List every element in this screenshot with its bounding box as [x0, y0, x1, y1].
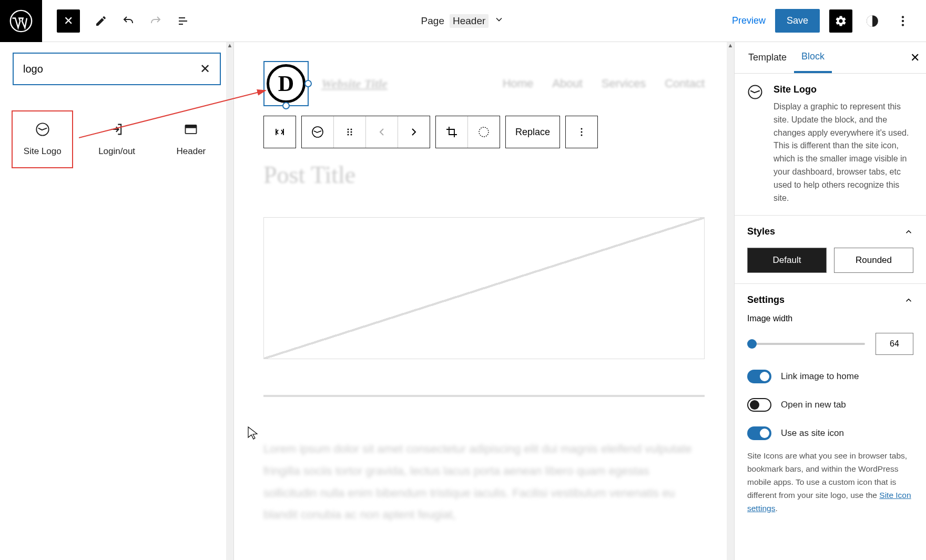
new-tab-label: Open in new tab [781, 400, 846, 410]
tab-block[interactable]: Block [794, 42, 832, 73]
nav-link[interactable]: Contact [665, 77, 705, 90]
undo-icon[interactable] [118, 11, 139, 32]
resize-handle-right[interactable] [304, 80, 312, 87]
move-right-button[interactable] [398, 116, 430, 148]
nav-link[interactable]: Services [602, 77, 646, 90]
block-inserter-panel: ✕ Site Logo Login/out Header ▲ [0, 42, 234, 560]
redo-icon[interactable] [145, 11, 166, 32]
block-description: Display a graphic to represent this site… [774, 100, 913, 205]
paragraph-block[interactable]: Lorem ipsum dolor sit amet consectetur a… [263, 438, 705, 526]
svg-point-18 [581, 135, 583, 136]
use-site-icon-toggle[interactable] [747, 426, 771, 440]
styles-panel-toggle[interactable]: Styles [747, 226, 913, 237]
block-type-button[interactable] [302, 116, 334, 148]
list-view-icon[interactable] [172, 11, 194, 32]
svg-rect-7 [186, 125, 197, 128]
svg-point-16 [581, 128, 583, 130]
svg-point-4 [902, 24, 904, 26]
select-parent-button[interactable] [264, 116, 296, 148]
inserter-scrollbar[interactable]: ▲ [226, 42, 233, 560]
more-menu-button[interactable] [892, 11, 913, 32]
replace-button[interactable]: Replace [506, 116, 559, 148]
svg-point-11 [348, 131, 349, 133]
document-title[interactable]: Page Header [421, 14, 505, 28]
resize-handle-bottom[interactable] [282, 102, 290, 109]
svg-point-12 [351, 131, 352, 133]
drag-handle-icon[interactable] [334, 116, 366, 148]
more-options-button[interactable] [566, 116, 597, 148]
settings-button[interactable] [829, 9, 852, 33]
search-field[interactable] [23, 63, 200, 75]
crop-button[interactable] [436, 116, 468, 148]
template-part-label: Header [450, 14, 489, 28]
block-toolbar: Replace [263, 116, 705, 148]
link-home-toggle[interactable] [747, 370, 771, 383]
site-logo-icon [747, 84, 763, 100]
canvas-scrollbar[interactable]: ▲ [727, 42, 734, 560]
settings-panel: Settings Image width Link image to home … [735, 283, 926, 525]
block-label: Site Logo [24, 146, 62, 157]
image-placeholder[interactable] [263, 217, 705, 359]
logo-image: D [267, 64, 306, 103]
chevron-up-icon [904, 296, 913, 305]
svg-point-17 [581, 131, 583, 133]
svg-point-9 [348, 129, 349, 130]
clear-search-icon[interactable]: ✕ [200, 62, 210, 76]
save-button[interactable]: Save [775, 9, 820, 33]
wordpress-logo[interactable] [0, 0, 42, 42]
chevron-down-icon [494, 14, 504, 27]
separator-block[interactable] [263, 395, 705, 397]
navigation-block[interactable]: Home About Services Contact [503, 77, 705, 90]
global-styles-button[interactable] [862, 11, 883, 32]
style-default-button[interactable]: Default [747, 248, 827, 273]
svg-point-0 [11, 10, 32, 31]
image-width-slider[interactable] [747, 343, 865, 345]
settings-panel-toggle[interactable]: Settings [747, 294, 913, 306]
tab-template[interactable]: Template [741, 42, 794, 73]
site-icon-help-text: Site Icons are what you see in browser t… [747, 450, 913, 515]
settings-sidebar: Template Block ✕ Site Logo Display a gra… [734, 42, 926, 560]
svg-point-10 [351, 129, 352, 130]
use-site-icon-label: Use as site icon [781, 428, 844, 439]
svg-point-13 [348, 134, 349, 136]
close-sidebar-icon[interactable]: ✕ [910, 51, 920, 65]
duotone-button[interactable] [468, 116, 500, 148]
post-title-block[interactable]: Post Title [263, 161, 705, 189]
preview-button[interactable]: Preview [732, 15, 766, 26]
edit-icon[interactable] [90, 11, 111, 32]
move-left-button[interactable] [366, 116, 398, 148]
editor-canvas[interactable]: D Website Title Home About Services Cont… [234, 42, 734, 560]
block-search-input[interactable]: ✕ [13, 53, 221, 85]
style-rounded-button[interactable]: Rounded [834, 248, 913, 273]
chevron-up-icon [904, 227, 913, 237]
close-inserter-button[interactable]: ✕ [57, 9, 80, 33]
svg-point-15 [479, 127, 489, 137]
block-item-site-logo[interactable]: Site Logo [12, 110, 73, 168]
nav-link[interactable]: Home [503, 77, 534, 90]
block-label: Login/out [98, 146, 135, 157]
svg-point-3 [902, 19, 904, 22]
styles-panel: Styles Default Rounded [735, 215, 926, 283]
top-toolbar: ✕ Page Header Preview Save [0, 0, 926, 42]
image-width-label: Image width [747, 314, 913, 323]
block-item-login-out[interactable]: Login/out [86, 110, 147, 168]
svg-point-14 [351, 134, 352, 136]
nav-link[interactable]: About [552, 77, 583, 90]
svg-point-2 [902, 16, 904, 18]
block-name: Site Logo [774, 84, 913, 95]
site-logo-block[interactable]: D [263, 61, 309, 106]
block-item-header[interactable]: Header [160, 110, 222, 168]
new-tab-toggle[interactable] [747, 398, 771, 412]
page-label: Page [421, 15, 444, 27]
site-title-block[interactable]: Website Title [321, 77, 388, 91]
link-home-label: Link image to home [781, 371, 859, 382]
image-width-input[interactable] [876, 333, 913, 355]
block-label: Header [176, 146, 206, 157]
